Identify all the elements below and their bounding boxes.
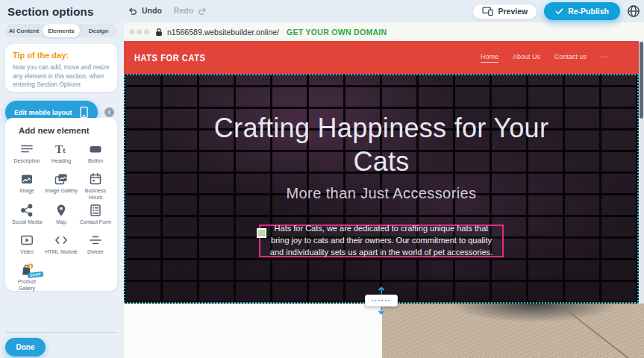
page-title: Section options xyxy=(7,5,94,18)
republish-button[interactable]: Re-Publish xyxy=(544,2,620,20)
site-header[interactable]: HATS FOR CATS Home About Us Contact us ⋯ xyxy=(124,41,639,74)
editor-main-area: n1566589.websitebuilder.online/ GET YOUR… xyxy=(124,22,644,358)
video-icon xyxy=(19,233,34,248)
site-nav-item[interactable]: Home xyxy=(481,53,498,63)
sidebar-tab[interactable]: AI Content xyxy=(5,24,43,37)
resize-arrow-down-icon xyxy=(378,307,386,315)
nav-label: Contact us xyxy=(554,53,587,60)
add-element-item[interactable]: Map xyxy=(44,203,78,230)
add-element-item[interactable]: Business Hours xyxy=(78,172,113,201)
get-domain-link[interactable]: GET YOUR OWN DOMAIN xyxy=(287,28,387,37)
add-element-item[interactable]: Image Gallery xyxy=(44,172,78,201)
selected-text-element[interactable]: Hats for Cats, we are dedicated to craft… xyxy=(259,224,504,257)
history-controls: Undo Redo xyxy=(128,6,207,15)
section-resize-handle[interactable] xyxy=(365,287,398,314)
site-nav-item[interactable]: ⋯ xyxy=(601,53,607,63)
svg-text:$: $ xyxy=(29,264,31,268)
info-icon[interactable]: i xyxy=(104,107,114,117)
site-nav-item[interactable]: Contact us xyxy=(554,53,587,63)
hero-body-text[interactable]: Hats for Cats, we are dedicated to craft… xyxy=(264,223,498,259)
contact-form-icon xyxy=(88,203,103,218)
section-options-sidebar: AI Content Elements Design Tip of the da… xyxy=(0,22,124,358)
element-label: Heading xyxy=(51,157,71,164)
devices-icon xyxy=(482,7,493,16)
nav-label: Home xyxy=(481,53,498,60)
preview-scrollbar[interactable] xyxy=(639,41,644,304)
html-code-icon xyxy=(54,233,69,248)
site-nav-item[interactable]: About Us xyxy=(513,53,540,63)
sidebar-tab[interactable]: Elements xyxy=(43,24,80,37)
heading-icon: Tt xyxy=(54,142,69,157)
add-element-item[interactable]: Contact Form xyxy=(78,203,113,230)
mobile-phone-icon xyxy=(79,106,89,119)
nav-label: About Us xyxy=(513,53,540,60)
divider-icon xyxy=(88,233,103,248)
sidebar-tabs: AI Content Elements Design xyxy=(5,24,117,37)
tile-grout-line xyxy=(527,304,644,358)
hero-title[interactable]: Crafting Happiness for Your Cats xyxy=(213,111,549,178)
next-section-image xyxy=(382,304,644,358)
resize-grip-dots xyxy=(372,300,391,301)
add-element-item[interactable]: HTML Module xyxy=(44,233,78,260)
site-nav: Home About Us Contact us ⋯ xyxy=(481,53,628,63)
resize-arrow-up-icon xyxy=(378,286,386,295)
add-new-element-panel: Add new element Description Tt Heading B… xyxy=(5,118,117,291)
add-element-item[interactable]: Tt Heading xyxy=(44,142,78,169)
add-element-item[interactable]: $ SHOP Product Gallery xyxy=(10,263,44,292)
sidebar-tab[interactable]: Design xyxy=(80,24,117,37)
add-element-title: Add new element xyxy=(19,126,113,135)
element-label: Button xyxy=(88,157,103,164)
undo-button[interactable]: Undo xyxy=(128,6,162,15)
language-globe-icon[interactable] xyxy=(627,4,640,18)
done-button[interactable]: Done xyxy=(5,338,46,357)
edit-mobile-label: Edit mobile layout xyxy=(14,109,72,116)
check-icon xyxy=(555,8,563,15)
element-label: Product Gallery xyxy=(10,278,43,292)
hero-subtitle[interactable]: More than Just Accessories xyxy=(287,185,477,202)
top-toolbar: Section options Undo Redo Preview Re-Pub… xyxy=(0,0,644,22)
redo-icon xyxy=(197,7,207,15)
add-element-item[interactable]: Description xyxy=(10,142,44,169)
redo-label: Redo xyxy=(174,6,193,15)
site-preview: HATS FOR CATS Home About Us Contact us ⋯… xyxy=(124,41,644,358)
lock-icon xyxy=(155,28,163,37)
browser-dots xyxy=(129,29,149,34)
tab-label: Design xyxy=(89,28,109,34)
sidebar-divider xyxy=(6,332,116,333)
element-label: Image xyxy=(19,187,34,194)
browser-address-bar: n1566589.websitebuilder.online/ GET YOUR… xyxy=(124,22,644,41)
tip-title: Tip of the day: xyxy=(13,51,110,60)
resize-grip[interactable] xyxy=(365,295,398,307)
shop-badge: SHOP xyxy=(28,271,43,278)
preview-label: Preview xyxy=(498,7,528,16)
tip-of-the-day-card: Tip of the day: Now you can add, move an… xyxy=(5,44,117,92)
undo-icon xyxy=(128,7,138,15)
hero-section[interactable]: Crafting Happiness for Your Cats More th… xyxy=(124,74,639,304)
preview-scrollbar-thumb[interactable] xyxy=(640,42,643,119)
element-label: Contact Form xyxy=(80,219,111,225)
map-pin-icon xyxy=(54,203,69,218)
element-label: Map xyxy=(56,219,66,225)
add-element-item[interactable]: Button xyxy=(78,142,113,169)
element-label: Description xyxy=(13,157,40,164)
business-hours-icon xyxy=(88,172,103,186)
image-gallery-icon xyxy=(54,172,69,186)
add-element-item[interactable]: Social Media xyxy=(10,203,44,230)
element-label: Divider xyxy=(87,248,104,255)
preview-button[interactable]: Preview xyxy=(472,4,537,19)
social-media-icon xyxy=(19,203,34,218)
element-drag-handle[interactable] xyxy=(257,228,266,238)
element-grid: Description Tt Heading Button Image Imag… xyxy=(10,142,113,292)
svg-text:T: T xyxy=(55,143,63,155)
add-element-item[interactable]: Video xyxy=(10,233,44,260)
redo-button[interactable]: Redo xyxy=(174,6,207,15)
element-label: Social Media xyxy=(12,219,42,225)
element-label: Business Hours xyxy=(79,187,112,201)
add-element-item[interactable]: Divider xyxy=(78,233,113,260)
top-right-controls: Preview Re-Publish xyxy=(472,2,640,20)
nav-label: ⋯ xyxy=(601,53,607,60)
undo-label: Undo xyxy=(142,6,162,15)
image-icon xyxy=(19,172,34,186)
add-element-item[interactable]: Image xyxy=(10,172,44,201)
site-logo[interactable]: HATS FOR CATS xyxy=(134,52,205,63)
